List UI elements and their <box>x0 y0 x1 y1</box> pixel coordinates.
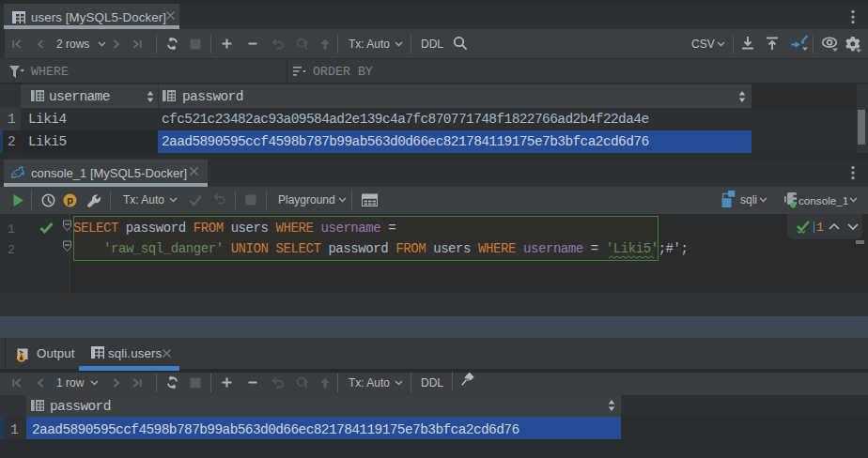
svg-text:p: p <box>67 194 73 206</box>
